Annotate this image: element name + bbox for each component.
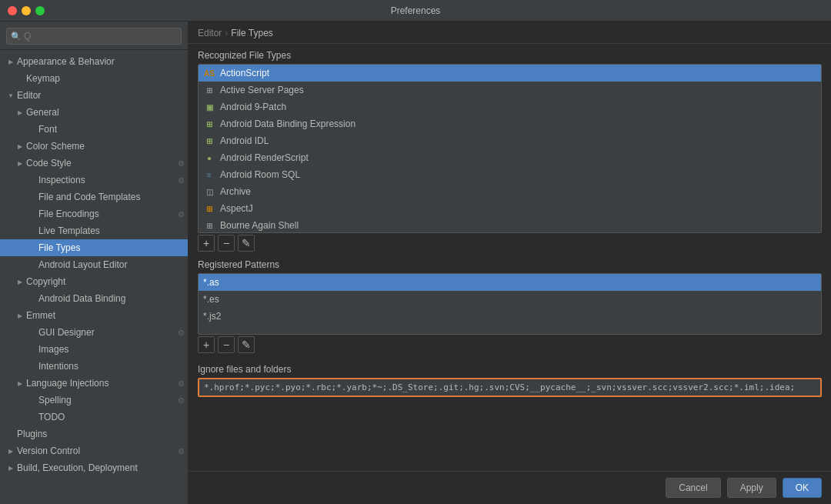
sidebar-item-build-execution-deployment[interactable]: Build, Execution, Deployment bbox=[0, 459, 188, 476]
remove-pattern-button[interactable]: − bbox=[218, 336, 235, 353]
filetype-label: Android 9-Patch bbox=[220, 102, 286, 112]
sidebar-item-label: Android Layout Editor bbox=[38, 259, 185, 270]
dialog-title: Preferences bbox=[391, 5, 441, 16]
filetype-icon: ◫ bbox=[203, 185, 215, 198]
arrow-icon bbox=[6, 463, 15, 472]
arrow-icon bbox=[15, 108, 25, 117]
search-input[interactable] bbox=[6, 28, 182, 45]
sidebar-item-editor[interactable]: Editor bbox=[0, 87, 188, 104]
ignore-label: Ignore files and folders bbox=[198, 364, 822, 375]
filetype-icon: ⊞ bbox=[203, 202, 215, 215]
gear-icon: ⚙ bbox=[175, 379, 185, 388]
sidebar-item-inspections[interactable]: Inspections⚙ bbox=[0, 172, 188, 189]
filetype-icon: ▣ bbox=[203, 101, 215, 113]
sidebar-item-label: Android Data Binding bbox=[38, 293, 185, 304]
maximize-button[interactable] bbox=[35, 6, 45, 15]
sidebar-item-label: Appearance & Behavior bbox=[17, 56, 185, 67]
sidebar-item-keymap[interactable]: Keymap bbox=[0, 70, 188, 87]
sidebar-item-label: Spelling bbox=[38, 395, 175, 406]
sidebar-item-language-injections[interactable]: Language Injections⚙ bbox=[0, 375, 188, 392]
filetype-row[interactable]: ⊞Android Data Binding Expression bbox=[199, 115, 821, 132]
minimize-button[interactable] bbox=[22, 6, 31, 15]
filetype-label: ActionScript bbox=[220, 68, 269, 78]
remove-filetype-button[interactable]: − bbox=[218, 235, 235, 252]
pattern-row[interactable]: *.js2 bbox=[199, 308, 821, 325]
filetype-icon: ≡ bbox=[203, 169, 215, 181]
sidebar-item-live-templates[interactable]: Live Templates bbox=[0, 222, 188, 239]
sidebar-item-plugins[interactable]: Plugins bbox=[0, 426, 188, 442]
pattern-row[interactable]: *.es bbox=[199, 291, 821, 308]
filetype-row[interactable]: ⊞Bourne Again Shell bbox=[199, 217, 821, 233]
registered-label: Registered Patterns bbox=[198, 259, 822, 270]
sidebar-item-color-scheme[interactable]: Color Scheme bbox=[0, 138, 188, 155]
filetype-label: Bourne Again Shell bbox=[220, 220, 299, 231]
filetype-row[interactable]: ●Android RenderScript bbox=[199, 149, 821, 166]
filetype-label: Android RenderScript bbox=[220, 152, 309, 163]
sidebar-item-font[interactable]: Font bbox=[0, 121, 188, 138]
sidebar-item-copyright[interactable]: Copyright bbox=[0, 273, 188, 290]
gear-icon: ⚙ bbox=[175, 447, 185, 456]
ignore-input[interactable] bbox=[198, 378, 822, 397]
sidebar-item-emmet[interactable]: Emmet bbox=[0, 307, 188, 324]
arrow-icon bbox=[15, 379, 25, 388]
sidebar-item-code-style[interactable]: Code Style⚙ bbox=[0, 155, 188, 172]
sidebar-item-android-layout-editor[interactable]: Android Layout Editor bbox=[0, 256, 188, 273]
edit-filetype-button[interactable]: ✎ bbox=[238, 235, 255, 252]
filetype-row[interactable]: ⊞Android IDL bbox=[199, 132, 821, 149]
sidebar-item-todo[interactable]: TODO bbox=[0, 409, 188, 426]
filetype-label: Android IDL bbox=[220, 135, 269, 146]
add-filetype-button[interactable]: + bbox=[198, 235, 215, 252]
filetype-label: Android Data Binding Expression bbox=[220, 118, 355, 129]
sidebar-item-label: File and Code Templates bbox=[38, 192, 185, 202]
filetype-row[interactable]: ⊞Active Server Pages bbox=[199, 82, 821, 98]
sidebar-item-label: Editor bbox=[17, 90, 185, 101]
pattern-row[interactable]: *.as bbox=[199, 274, 821, 291]
sidebar-item-intentions[interactable]: Intentions bbox=[0, 358, 188, 375]
gear-icon: ⚙ bbox=[175, 176, 185, 185]
sidebar-item-label: GUI Designer bbox=[38, 327, 175, 338]
sidebar-item-spelling[interactable]: Spelling⚙ bbox=[0, 392, 188, 409]
sidebar-item-file-types[interactable]: File Types bbox=[0, 239, 188, 256]
pattern-label: *.as bbox=[203, 277, 219, 288]
sidebar-item-label: Version Control bbox=[17, 446, 175, 456]
sidebar-item-file-encodings[interactable]: File Encodings⚙ bbox=[0, 205, 188, 222]
file-types-list[interactable]: ASActionScript⊞Active Server Pages▣Andro… bbox=[198, 64, 822, 233]
sidebar-item-general[interactable]: General bbox=[0, 104, 188, 121]
sidebar-item-label: Images bbox=[38, 344, 185, 355]
filetype-row[interactable]: ▣Android 9-Patch bbox=[199, 98, 821, 115]
sidebar-item-label: Inspections bbox=[38, 175, 175, 185]
filetype-row[interactable]: ≡Android Room SQL bbox=[199, 166, 821, 183]
sidebar-item-label: Live Templates bbox=[38, 225, 185, 236]
apply-button[interactable]: Apply bbox=[727, 478, 776, 498]
recognized-section: Recognized File Types ASActionScript⊞Act… bbox=[198, 50, 822, 253]
sidebar-item-appearance-behavior[interactable]: Appearance & Behavior bbox=[0, 53, 188, 70]
main-layout: 🔍 Appearance & BehaviorKeymapEditorGener… bbox=[0, 22, 831, 504]
filetype-row[interactable]: ⊞AspectJ bbox=[199, 200, 821, 217]
window-controls bbox=[8, 6, 45, 15]
sidebar-item-label: File Types bbox=[38, 242, 185, 253]
patterns-list[interactable]: *.as*.es*.js2 bbox=[198, 273, 822, 335]
sidebar: 🔍 Appearance & BehaviorKeymapEditorGener… bbox=[0, 22, 189, 504]
ok-button[interactable]: OK bbox=[783, 478, 822, 498]
cancel-button[interactable]: Cancel bbox=[666, 478, 720, 498]
filetype-icon: ⊞ bbox=[203, 84, 215, 96]
gear-icon: ⚙ bbox=[175, 396, 185, 405]
filetype-row[interactable]: ASActionScript bbox=[199, 65, 821, 82]
sidebar-item-android-data-binding[interactable]: Android Data Binding bbox=[0, 290, 188, 307]
ignore-section: Ignore files and folders bbox=[198, 364, 822, 397]
sidebar-item-gui-designer[interactable]: GUI Designer⚙ bbox=[0, 324, 188, 341]
add-pattern-button[interactable]: + bbox=[198, 336, 215, 353]
sidebar-item-images[interactable]: Images bbox=[0, 341, 188, 358]
edit-pattern-button[interactable]: ✎ bbox=[238, 336, 255, 353]
filetype-label: AspectJ bbox=[220, 203, 253, 214]
gear-icon: ⚙ bbox=[175, 329, 185, 337]
filetype-row[interactable]: ◫Archive bbox=[199, 183, 821, 200]
sidebar-item-file-and-code-templates[interactable]: File and Code Templates bbox=[0, 189, 188, 205]
sidebar-item-version-control[interactable]: Version Control⚙ bbox=[0, 442, 188, 459]
sidebar-item-label: Color Scheme bbox=[26, 141, 185, 152]
pattern-label: *.js2 bbox=[203, 311, 221, 322]
arrow-icon bbox=[15, 142, 25, 151]
close-button[interactable] bbox=[8, 6, 17, 15]
sidebar-item-label: File Encodings bbox=[38, 209, 175, 219]
filetype-icon: ● bbox=[203, 152, 215, 164]
